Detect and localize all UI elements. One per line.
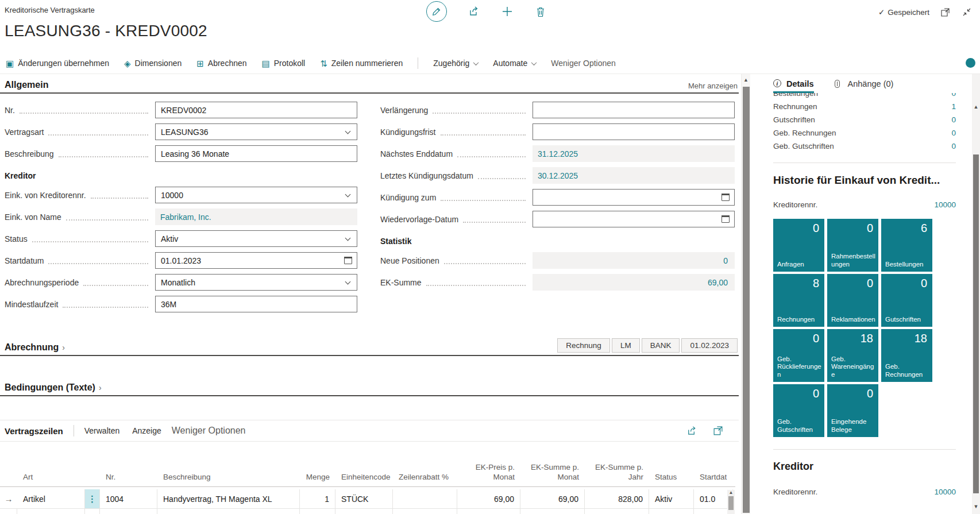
document-count-row[interactable]: Rechnungen 1 [773,100,956,113]
lines-menu-item[interactable]: Verwalten [84,426,119,435]
ribbon-action-button[interactable]: Abrechnen [196,59,246,68]
field-control[interactable]: Aktiv [155,230,357,247]
history-tile[interactable]: 18 Geb. Rechnungen [881,329,932,382]
field-control[interactable] [533,123,735,140]
lines-less-options[interactable]: Weniger Optionen [172,426,246,436]
lines-menu-item[interactable]: Anzeige [132,426,161,435]
section-billing-title[interactable]: Abrechnung› [5,342,65,353]
table-column-header[interactable]: EK-Summe p. Jahr [585,453,649,486]
table-cell[interactable] [393,489,457,509]
field-control[interactable]: 30.12.2025 [533,167,735,184]
field-control[interactable] [533,189,735,206]
table-column-header[interactable]: Beschreibung [157,453,300,486]
delete-button[interactable] [534,5,547,18]
field-control[interactable] [533,211,735,227]
table-cell[interactable]: 69,00 [457,489,520,509]
table-cell[interactable]: 828,00 [585,489,649,509]
scroll-up-arrow-icon[interactable]: ▲ [972,104,980,110]
section-general-title[interactable]: Allgemein [5,80,48,90]
table-cell[interactable]: Artikel [17,489,85,509]
table-scrollbar[interactable]: ▲ [727,490,735,514]
scroll-down-arrow-icon[interactable]: ▼ [972,504,980,509]
vendor-number-value[interactable]: 10000 [934,488,956,496]
ribbon-action-button[interactable]: Protokoll [262,59,306,68]
scrollbar-thumb[interactable] [973,154,979,493]
table-cell[interactable]: 69,00 [520,489,585,509]
history-tile[interactable]: 0 Rahmenbestellungen [827,219,878,272]
billing-chip[interactable]: 01.02.2023 [681,338,738,353]
less-options-button[interactable]: Weniger Optionen [551,59,616,68]
section-conditions-title[interactable]: Bedingungen (Texte)› [5,382,102,393]
field-control[interactable]: Leasing 36 Monate [155,145,357,162]
document-count-row[interactable]: Gutschriften 0 [773,113,956,126]
share-button[interactable] [468,5,480,18]
field-control[interactable]: 31.12.2025 [533,145,735,162]
info-icon[interactable] [966,58,975,68]
history-tile[interactable]: 18 Geb. Wareneingänge [827,329,878,382]
field-control[interactable]: 36M [155,296,357,312]
billing-chip[interactable]: LM [612,338,640,353]
open-in-new-window-button[interactable] [939,6,951,18]
billing-chip[interactable]: BANK [642,338,680,353]
table-column-header[interactable]: Startdat [694,453,733,486]
table-column-header[interactable]: Zeilenrabatt % [393,453,457,486]
scroll-up-arrow-icon[interactable]: ▲ [742,74,750,83]
scroll-up-arrow-icon[interactable]: ▲ [729,490,734,495]
factbox-tab[interactable]: Details [773,74,814,93]
field-value: Monatlich [161,278,195,287]
document-count-row[interactable]: Geb. Gutschriften 0 [773,140,956,153]
field-control[interactable]: 01.01.2023 [155,252,357,269]
field-control[interactable]: 0 [533,252,735,269]
history-tile[interactable]: 0 Reklamationen [827,274,878,327]
field-control[interactable]: 10000 [155,187,357,203]
history-tile[interactable]: 0 Geb. Rücklieferungen [773,329,824,382]
table-column-header[interactable]: Einheitencode [335,453,393,486]
history-tile[interactable]: 8 Rechnungen [773,274,824,327]
field-control[interactable]: LEASUNG36 [155,123,357,140]
factbox-tab-icon [773,79,782,88]
table-column-header[interactable]: Art [17,453,85,486]
field-control[interactable] [533,102,735,118]
history-tile[interactable]: 6 Bestellungen [881,219,932,272]
show-more-link[interactable]: Mehr anzeigen [688,82,738,90]
field-value: Leasing 36 Monate [161,149,229,159]
table-column-header[interactable]: Status [649,453,694,486]
vendor-number-value[interactable]: 10000 [934,200,956,209]
table-column-header[interactable]: Menge [300,453,335,486]
collapse-window-button[interactable] [960,6,973,18]
table-column-header[interactable] [85,453,100,486]
billing-chip[interactable]: Rechnung [557,338,610,353]
table-cell[interactable]: 1 [300,489,335,509]
ribbon-action-button[interactable]: Dimensionen [124,59,182,68]
table-cell[interactable]: ⋮ [85,489,100,509]
table-column-header[interactable]: EK-Summe p. Monat [520,453,585,486]
table-cell[interactable]: STÜCK [335,489,393,509]
table-cell[interactable]: Handyvertrag, TH Magenta XL [157,489,300,509]
table-column-header[interactable]: Nr. [100,453,157,486]
ribbon-menu-button[interactable]: Zugehörig [433,59,478,68]
scrollbar-thumb[interactable] [728,496,734,510]
new-button[interactable] [501,5,514,18]
history-tile[interactable]: 0 Geb. Gutschriften [773,384,824,437]
table-column-header[interactable]: EK-Preis p. Monat [457,453,520,486]
table-cell[interactable]: 1004 [100,489,157,509]
field-control[interactable]: Fabrikam, Inc. [155,208,357,225]
history-tile[interactable]: 0 Eingehende Belege [827,384,878,437]
ribbon-action-button[interactable]: Zeilen nummerieren [320,59,403,68]
open-in-new-window-button[interactable] [712,425,724,436]
panel-scrollbar[interactable]: ▲ ▼ [972,74,980,514]
field-control[interactable]: KREDV0002 [155,102,357,118]
main-scrollbar[interactable]: ▲ [741,74,750,514]
table-cell[interactable]: Aktiv [649,489,694,509]
field-control[interactable]: Monatlich [155,274,357,291]
history-tile[interactable]: 0 Anfragen [773,219,824,272]
scrollbar-thumb[interactable] [743,87,750,513]
field-control[interactable]: 69,00 [533,274,735,291]
history-tile[interactable]: 0 Gutschriften [881,274,932,327]
document-count-row[interactable]: Geb. Rechnungen 0 [773,126,956,140]
factbox-tab[interactable]: Anhänge (0) [835,74,894,93]
ribbon-action-button[interactable]: Änderungen übernehmen [6,59,109,68]
edit-button[interactable] [426,1,447,22]
ribbon-menu-button[interactable]: Automate [493,59,536,68]
share-button[interactable] [686,425,697,436]
